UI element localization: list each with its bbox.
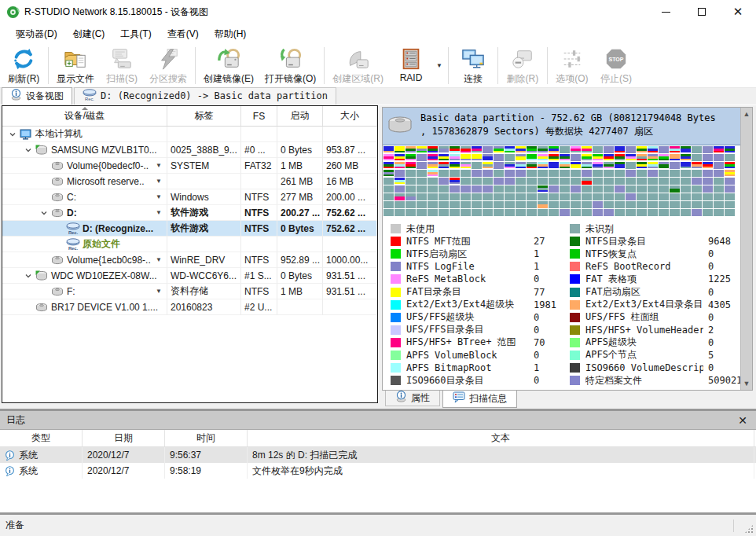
column-header-1[interactable]: 标签 [167, 106, 241, 126]
log-close-icon[interactable]: ✕ [736, 414, 750, 427]
scan-block-map[interactable] [384, 146, 737, 217]
device-name: 原始文件 [83, 237, 120, 251]
volume-icon [50, 254, 65, 266]
refresh-button[interactable]: 刷新(R) [2, 44, 46, 87]
menu-item-1[interactable]: 创建(C) [65, 24, 113, 44]
info-tab-scan-information[interactable]: 扫描信息 [442, 391, 517, 408]
log-cell-文本: 文件枚举在9秒内完成 [248, 463, 754, 479]
maximize-button[interactable] [684, 0, 720, 24]
legend-label: ReFS BootRecord [585, 261, 670, 272]
create-image-button[interactable]: 创建镜像(E) [198, 44, 259, 87]
tree-row-3[interactable]: Microsoft reserve..▼261 MB16 MB [2, 174, 377, 189]
legend-swatch [570, 338, 580, 347]
log-column-header-2[interactable]: 时间 [165, 430, 248, 446]
log-row-1[interactable]: 系统2020/12/79:58:19文件枚举在9秒内完成 [0, 463, 756, 479]
tree-row-10[interactable]: F:▼资料存储NTFS1 MB931.51 ... [2, 284, 377, 299]
scan-panel-scrollbar[interactable]: ▲ ▼ [740, 108, 752, 390]
legend-label: NTFS启动扇区 [406, 248, 467, 261]
mount-dropdown-icon[interactable]: ▼ [156, 162, 163, 169]
mount-dropdown-icon[interactable]: ▼ [156, 178, 163, 185]
legend-count: 27 [529, 236, 570, 247]
volume-icon [50, 207, 65, 219]
menu-item-2[interactable]: 工具(T) [112, 24, 159, 44]
legend-item-l-12: ISO9660目录条目0 [391, 374, 570, 387]
toolbar: 刷新(R)显示文件扫描(S)分区搜索创建镜像(E)打开镜像(O)创建区域(R)R… [0, 44, 756, 88]
fs-cell: #2 U... [241, 299, 277, 315]
column-header-4[interactable]: 大小 [323, 106, 377, 126]
column-header-2[interactable]: FS [241, 106, 277, 126]
size-cell [323, 237, 377, 252]
options-button: 选项(O) [550, 44, 594, 87]
info-tab-properties[interactable]: 属性 [385, 391, 440, 406]
scroll-up-arrow[interactable]: ▲ [741, 108, 753, 120]
raid-button[interactable]: RAID [389, 44, 433, 87]
legend-swatch [391, 351, 401, 360]
view-tab-recognized-partition[interactable]: Rec.D: (Recognized0) -> Basic data parti… [74, 87, 336, 105]
column-header-label: 设备/磁盘 [64, 109, 105, 123]
legend-count: 1981 [529, 299, 570, 310]
legend-count: 0 [529, 312, 570, 323]
close-button[interactable]: ✕ [720, 0, 756, 24]
legend-count: 70 [529, 337, 570, 348]
column-header-label: 启动 [291, 109, 310, 123]
menu-item-4[interactable]: 帮助(H) [207, 24, 255, 44]
legend-count: 1 [529, 261, 570, 272]
tree-row-4[interactable]: C:▼WindowsNTFS277 MB200.00 ... [2, 189, 377, 205]
tree-row-7[interactable]: Rec.原始文件 [2, 237, 377, 252]
tree-row-2[interactable]: Volume{0bedecf0-..▼SYSTEMFAT321 MB260 MB [2, 158, 377, 174]
log-row-0[interactable]: 系统2020/12/79:56:378m 12s 的 D: 扫描已完成 [0, 447, 756, 463]
column-header-0[interactable]: 设备/磁盘 [2, 106, 167, 126]
scan-legend-left-column: 未使用NTFS MFT范围27NTFS启动扇区1NTFS LogFile1ReF… [391, 222, 570, 387]
legend-label: 未识别 [585, 222, 614, 236]
connect-button[interactable]: 连接 [451, 44, 495, 87]
mount-dropdown-icon[interactable]: ▼ [156, 193, 163, 200]
tree-row-5[interactable]: D:▼软件游戏NTFS200.27 ...752.62 ... [2, 205, 377, 221]
view-tab-device-view[interactable]: 设备视图 [2, 87, 72, 105]
raid-dropdown-arrow-icon[interactable]: ▼ [433, 44, 446, 87]
legend-count: 0 [529, 375, 570, 386]
mount-dropdown-icon[interactable]: ▼ [156, 256, 163, 263]
expand-chevron-icon[interactable] [39, 209, 50, 217]
minimize-button[interactable] [648, 0, 684, 24]
show-files-button[interactable]: 显示文件 [51, 44, 100, 87]
scroll-down-arrow[interactable]: ▼ [741, 377, 753, 390]
column-header-3[interactable]: 启动 [277, 106, 323, 126]
legend-item-r-2: NTFS恢复点0 [570, 248, 749, 260]
log-column-header-3[interactable]: 文本 [248, 430, 754, 446]
log-column-header-1[interactable]: 日期 [83, 430, 165, 446]
svg-text:Rec.: Rec. [68, 230, 79, 235]
legend-label: UFS/FFS 柱面组 [585, 310, 659, 324]
menu-item-0[interactable]: 驱动器(D) [8, 24, 65, 44]
create-region-button: 创建区域(R) [327, 44, 389, 87]
legend-swatch [570, 325, 580, 335]
mount-dropdown-icon[interactable]: ▼ [156, 288, 163, 295]
legend-item-r-6: Ext2/Ext3/Ext4目录条目4305 [570, 299, 749, 311]
log-cell-日期: 2020/12/7 [83, 447, 165, 463]
log-column-header-0[interactable]: 类型 [0, 430, 83, 446]
expand-chevron-icon[interactable] [23, 272, 34, 280]
tree-row-0[interactable]: 本地计算机 [2, 127, 377, 142]
tree-row-6[interactable]: Rec.D: (Recognize...软件游戏NTFS0 Bytes752.6… [2, 221, 377, 237]
tree-row-11[interactable]: BR17 DEVICE V1.00 1....20160823#2 U... [2, 299, 377, 315]
tree-row-9[interactable]: WDC WD10EZEX-08W...WD-WCC6Y6...#1 S...0 … [2, 268, 377, 284]
device-name-cell: Volume{0bedecf0-..▼ [2, 158, 167, 174]
legend-item-r-3: ReFS BootRecord0 [570, 260, 749, 273]
expand-chevron-icon[interactable] [23, 146, 34, 154]
volume-icon [50, 191, 65, 204]
status-bar: 准备 [0, 515, 756, 536]
legend-label: 未使用 [406, 222, 435, 236]
legend-item-r-8: HFS/HFS+ VolumeHeader2 [570, 324, 749, 336]
size-cell [323, 299, 377, 315]
tree-row-8[interactable]: Volume{1ecb0c98-..▼WinRE_DRVNTFS952.89 .… [2, 252, 377, 268]
legend-swatch [391, 313, 401, 322]
fs-cell [241, 174, 277, 189]
size-cell: 931.51 ... [323, 284, 377, 299]
menu-item-3[interactable]: 查看(V) [160, 24, 207, 44]
expand-chevron-icon[interactable] [7, 130, 18, 138]
tree-row-1[interactable]: SAMSUNG MZVLB1T0...0025_388B_9...#0 ...0… [2, 142, 377, 158]
device-name-cell: D:▼ [2, 205, 167, 221]
scan-icon [110, 46, 134, 72]
mount-dropdown-icon[interactable]: ▼ [156, 209, 163, 216]
size-cell: 1000.00... [323, 252, 377, 268]
open-image-button[interactable]: 打开镜像(O) [259, 44, 321, 87]
